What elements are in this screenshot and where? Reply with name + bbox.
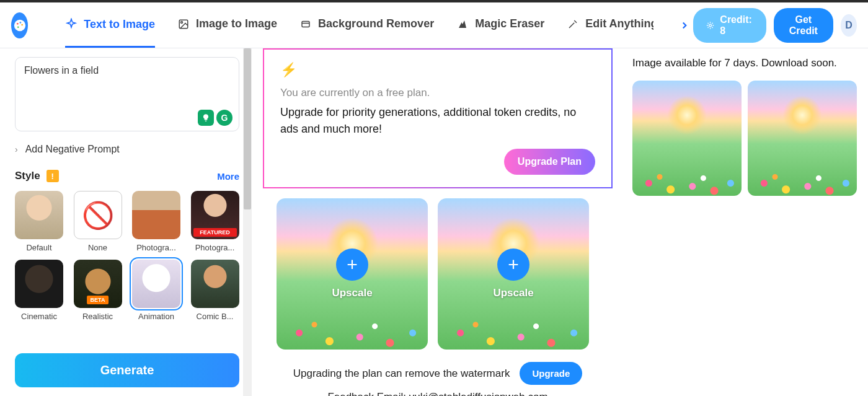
featured-badge: FEATURED <box>193 228 237 237</box>
sparkle-icon <box>65 18 78 30</box>
style-none[interactable]: 🚫 None <box>74 191 123 252</box>
style-section-label: Style ! <box>15 170 59 182</box>
credit-text: Credit: 8 <box>720 14 753 37</box>
image-icon <box>177 18 190 30</box>
style-realistic[interactable]: BETA Realistic <box>74 260 123 321</box>
tab-edit-anything[interactable]: Edit Anything <box>567 17 653 33</box>
add-negative-prompt[interactable]: › Add Negative Prompt <box>15 144 239 155</box>
warning-icon: ! <box>46 170 59 182</box>
tab-label: Magic Eraser <box>475 17 544 30</box>
generation-grid: + Upscale + Upscale <box>263 198 613 350</box>
eraser-icon <box>456 18 469 30</box>
feedback-email: Feedback Email: yuki@stablediffusionweb.… <box>263 391 613 396</box>
tab-label: Text to Image <box>84 18 155 31</box>
svg-point-0 <box>14 19 25 30</box>
tab-background-remover[interactable]: Background Remover <box>299 17 434 33</box>
upgrade-banner: ⚡ You are currently on a free plan. Upgr… <box>263 48 613 188</box>
generated-image-2[interactable]: + Upscale <box>438 198 589 350</box>
availability-notice: Image available for 7 days. Download soo… <box>632 57 857 69</box>
style-photography-2[interactable]: FEATURED Photogra... <box>191 191 240 252</box>
svg-point-2 <box>19 22 21 24</box>
style-default[interactable]: Default <box>15 191 64 252</box>
tab-label: Edit Anything <box>585 17 653 30</box>
app-logo[interactable] <box>11 12 28 38</box>
prompt-input[interactable]: Flowers in a field G <box>15 57 239 131</box>
nav-tabs: Text to Image Image to Image Background … <box>65 3 693 48</box>
style-more-link[interactable]: More <box>217 171 239 182</box>
svg-point-4 <box>17 26 19 28</box>
tab-label: Image to Image <box>196 17 277 30</box>
tab-magic-eraser[interactable]: Magic Eraser <box>456 17 544 33</box>
bolt-icon: ⚡ <box>280 62 595 78</box>
watermark-text: Upgrading the plan can remove the waterm… <box>293 367 510 380</box>
neg-prompt-label: Add Negative Prompt <box>25 144 120 155</box>
style-grid: Default 🚫 None Photogra... FEATURED Phot… <box>15 191 239 321</box>
watermark-notice: Upgrading the plan can remove the waterm… <box>263 362 613 385</box>
svg-rect-7 <box>302 21 309 27</box>
chevron-right-icon <box>679 20 690 31</box>
wand-icon <box>567 18 579 30</box>
main-content: ⚡ You are currently on a free plan. Upgr… <box>254 48 621 396</box>
saved-image-1[interactable] <box>632 81 742 196</box>
upgrade-description: Upgrade for priority generations, additi… <box>280 104 595 138</box>
user-avatar[interactable]: D <box>841 14 857 37</box>
sidebar: Flowers in a field G › Add Negative Prom… <box>0 48 254 396</box>
upscale-button-2[interactable]: + <box>497 249 529 281</box>
app-header: Text to Image Image to Image Background … <box>0 2 868 48</box>
credit-badge[interactable]: Credit: 8 <box>693 8 766 43</box>
upgrade-button-small[interactable]: Upgrade <box>520 362 582 385</box>
tab-image-to-image[interactable]: Image to Image <box>177 17 277 33</box>
upscale-button-1[interactable]: + <box>336 249 368 281</box>
upscale-label: Upscale <box>332 287 372 299</box>
remover-icon <box>299 18 312 30</box>
style-photography-1[interactable]: Photogra... <box>132 191 181 252</box>
generate-button[interactable]: Generate <box>15 353 239 387</box>
beta-badge: BETA <box>87 296 109 304</box>
svg-point-1 <box>17 22 19 24</box>
upgrade-subtitle: You are currently on a free plan. <box>280 87 595 99</box>
right-column: Image available for 7 days. Download soo… <box>621 48 868 396</box>
style-animation[interactable]: Animation <box>132 260 181 321</box>
prompt-text: Flowers in a field <box>24 65 230 76</box>
sidebar-scrollbar-thumb[interactable] <box>244 48 251 209</box>
suggest-icon[interactable] <box>198 110 214 126</box>
tab-text-to-image[interactable]: Text to Image <box>65 18 155 48</box>
tab-label: Background Remover <box>318 17 434 30</box>
style-cinematic[interactable]: Cinematic <box>15 260 64 321</box>
chevron-right-icon: › <box>15 144 18 154</box>
svg-point-8 <box>709 24 712 27</box>
upgrade-plan-button[interactable]: Upgrade Plan <box>504 149 595 175</box>
get-credit-button[interactable]: Get Credit <box>774 8 833 43</box>
upscale-label: Upscale <box>493 287 533 299</box>
palette-icon <box>13 19 27 32</box>
style-comic[interactable]: Comic B... <box>191 260 240 321</box>
credit-icon <box>706 20 715 31</box>
saved-images <box>632 81 857 196</box>
saved-image-2[interactable] <box>748 81 857 196</box>
svg-point-3 <box>21 24 23 25</box>
generated-image-1[interactable]: + Upscale <box>277 198 428 350</box>
svg-point-6 <box>181 21 183 23</box>
grammarly-icon[interactable]: G <box>216 110 232 126</box>
tabs-scroll-right[interactable] <box>676 17 693 34</box>
